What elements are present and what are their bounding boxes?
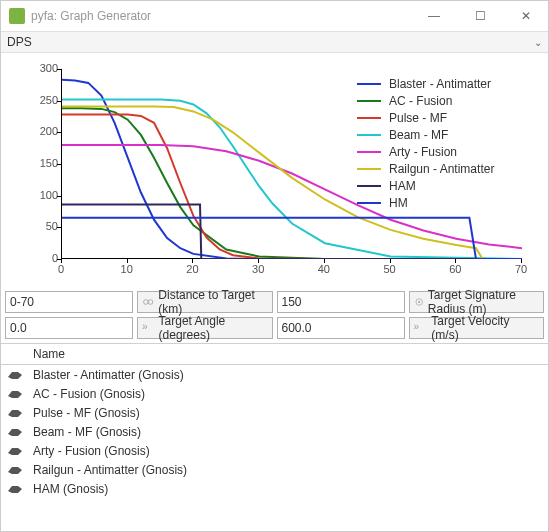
distance-label[interactable]: Distance to Target (km) [137,291,273,313]
legend-label: AC - Fusion [389,94,452,108]
legend-swatch [357,151,381,153]
fit-list-area: Blaster - Antimatter (Gnosis)AC - Fusion… [1,365,548,531]
x-tick: 40 [309,263,339,275]
legend-label: Railgun - Antimatter [389,162,494,176]
chart-area: Blaster - AntimatterAC - FusionPulse - M… [1,53,548,287]
x-tick: 30 [243,263,273,275]
series-line [62,205,522,260]
y-tick: 150 [18,157,58,169]
range-icon [142,295,154,309]
legend-swatch [357,134,381,136]
fit-row[interactable]: Beam - MF (Gnosis) [1,422,548,441]
graph-type-label: DPS [7,35,534,49]
y-tick: 300 [18,62,58,74]
fit-row[interactable]: AC - Fusion (Gnosis) [1,384,548,403]
x-tick: 20 [177,263,207,275]
legend-item: Pulse - MF [351,109,494,126]
fit-name: Beam - MF (Gnosis) [33,425,141,439]
app-window: pyfa: Graph Generator — ☐ ✕ DPS ⌄ Blaste… [0,0,549,532]
graph-type-selector[interactable]: DPS ⌄ [1,31,548,53]
legend-item: HAM [351,177,494,194]
legend-label: HM [389,196,408,210]
titlebar: pyfa: Graph Generator — ☐ ✕ [1,1,548,31]
fit-row[interactable]: HAM (Gnosis) [1,479,548,498]
x-tick: 70 [506,263,536,275]
ship-icon [7,368,23,382]
velocity-label[interactable]: » Target Velocity (m/s) [409,317,545,339]
ship-icon [7,463,23,477]
fit-row[interactable]: Arty - Fusion (Gnosis) [1,441,548,460]
list-header-name: Name [33,347,65,361]
fit-row[interactable]: Blaster - Antimatter (Gnosis) [1,365,548,384]
ship-icon [7,482,23,496]
legend-swatch [357,117,381,119]
distance-field[interactable] [10,295,128,309]
angle-field[interactable] [10,321,128,335]
fit-name: Pulse - MF (Gnosis) [33,406,140,420]
angle-label[interactable]: » Target Angle (degrees) [137,317,273,339]
distance-input[interactable] [5,291,133,313]
velocity-label-text: Target Velocity (m/s) [431,314,539,342]
svg-point-3 [418,301,420,303]
svg-point-0 [144,300,149,305]
parameter-inputs: Distance to Target (km) Target Signature… [1,287,548,343]
legend-label: Blaster - Antimatter [389,77,491,91]
angle-label-text: Target Angle (degrees) [159,314,268,342]
x-tick: 50 [375,263,405,275]
legend-label: HAM [389,179,416,193]
legend-label: Arty - Fusion [389,145,457,159]
legend-item: Railgun - Antimatter [351,160,494,177]
close-button[interactable]: ✕ [512,9,540,23]
x-tick: 0 [46,263,76,275]
svg-point-1 [148,300,153,305]
sig-input[interactable] [277,291,405,313]
angle-input[interactable] [5,317,133,339]
y-tick: 250 [18,94,58,106]
fit-row[interactable]: Railgun - Antimatter (Gnosis) [1,460,548,479]
legend-item: Arty - Fusion [351,143,494,160]
legend-swatch [357,83,381,85]
distance-label-text: Distance to Target (km) [158,288,267,316]
window-controls: — ☐ ✕ [420,9,540,23]
x-tick: 60 [440,263,470,275]
sig-label[interactable]: Target Signature Radius (m) [409,291,545,313]
fit-row[interactable]: Pulse - MF (Gnosis) [1,403,548,422]
legend: Blaster - AntimatterAC - FusionPulse - M… [351,75,494,211]
maximize-button[interactable]: ☐ [466,9,494,23]
legend-swatch [357,100,381,102]
legend-item: HM [351,194,494,211]
ship-icon [7,444,23,458]
list-header[interactable]: Name [1,343,548,365]
ship-icon [7,425,23,439]
ship-icon [7,387,23,401]
y-tick: 50 [18,220,58,232]
minimize-button[interactable]: — [420,9,448,23]
legend-label: Pulse - MF [389,111,447,125]
legend-item: Beam - MF [351,126,494,143]
velocity-field[interactable] [282,321,400,335]
fit-name: Arty - Fusion (Gnosis) [33,444,150,458]
fit-name: Blaster - Antimatter (Gnosis) [33,368,184,382]
window-title: pyfa: Graph Generator [31,9,420,23]
legend-label: Beam - MF [389,128,448,142]
legend-item: Blaster - Antimatter [351,75,494,92]
fit-name: HAM (Gnosis) [33,482,108,496]
app-icon [9,8,25,24]
legend-swatch [357,185,381,187]
legend-item: AC - Fusion [351,92,494,109]
legend-swatch [357,168,381,170]
y-tick: 200 [18,125,58,137]
fit-list[interactable]: Blaster - Antimatter (Gnosis)AC - Fusion… [1,365,548,531]
sig-field[interactable] [282,295,400,309]
chevron-down-icon: ⌄ [534,37,542,48]
ship-icon [7,406,23,420]
fit-name: Railgun - Antimatter (Gnosis) [33,463,187,477]
line-chart: Blaster - AntimatterAC - FusionPulse - M… [7,59,532,285]
angle-icon: » [142,321,155,335]
x-tick: 10 [112,263,142,275]
fit-name: AC - Fusion (Gnosis) [33,387,145,401]
target-icon [414,295,424,309]
velocity-input[interactable] [277,317,405,339]
velocity-icon: » [414,321,428,335]
y-tick: 100 [18,189,58,201]
